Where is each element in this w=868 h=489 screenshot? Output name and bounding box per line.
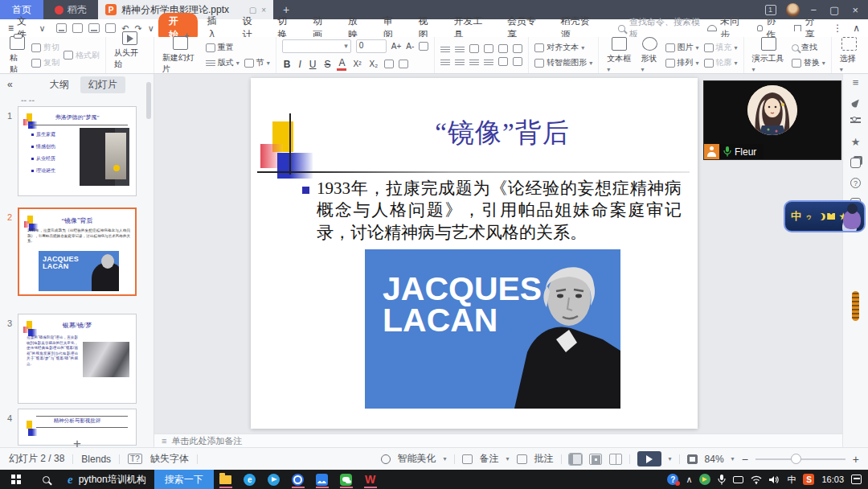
play-from-start-button[interactable]: 从头开始▾	[112, 31, 148, 80]
outline-tab[interactable]: 大纲	[42, 76, 77, 93]
lacan-image[interactable]: JACQUES LACAN	[365, 249, 620, 409]
zoom-caret-icon[interactable]: ▾	[731, 455, 735, 462]
font-family-select[interactable]: ▾	[282, 39, 351, 53]
save-icon[interactable]	[56, 23, 67, 33]
new-slide-button[interactable]: 新建幻灯片	[160, 36, 202, 75]
print-icon[interactable]	[88, 23, 99, 33]
tray-notification-icon[interactable]	[851, 475, 862, 484]
slide-body-text[interactable]: 1933年，拉康完成题为《论经验的妄想症精神病概念与人格问题》，引用帕品姐妹命案…	[317, 178, 682, 244]
paragraph-spacing-icon[interactable]	[513, 57, 522, 66]
rail-help-icon[interactable]: ?	[850, 178, 861, 188]
slide-title-text[interactable]: “镜像”背后	[323, 115, 682, 151]
textbox-button[interactable]: 文本框▾	[604, 37, 634, 73]
text-effect-icon[interactable]	[384, 60, 394, 68]
skin-shirt-icon[interactable]	[827, 213, 835, 220]
taskbar-wechat[interactable]	[334, 470, 358, 489]
tray-sogou-icon[interactable]: S	[803, 474, 814, 485]
fit-slide-icon[interactable]	[687, 454, 698, 464]
taskbar-search-box[interactable]: e python培训机构	[59, 470, 154, 489]
reading-view-icon[interactable]	[609, 454, 622, 465]
align-text-button[interactable]: 对齐文本▾	[534, 42, 592, 53]
find-button[interactable]: 查找	[792, 42, 825, 53]
sidebar-scrollbar[interactable]	[146, 82, 151, 119]
notes-bar[interactable]: ≡ 单击此处添加备注	[154, 434, 842, 447]
more-menu-icon[interactable]: ⋮	[833, 23, 842, 34]
font-color-button[interactable]: A	[337, 57, 346, 71]
webcam-overlay[interactable]: Fleur	[703, 80, 841, 160]
beautify-caret-icon[interactable]: ▾	[444, 455, 447, 462]
rail-menu-icon[interactable]: ≡	[850, 76, 862, 88]
rail-settings-sliders-icon[interactable]	[850, 117, 861, 126]
taskbar-messenger[interactable]	[262, 470, 286, 489]
taskbar-file-explorer[interactable]	[214, 470, 238, 489]
cut-button[interactable]: 剪切	[31, 42, 59, 53]
replace-button[interactable]: 替换▾	[792, 57, 825, 68]
arrange-button[interactable]: 排列▾	[665, 57, 699, 68]
ime-chinese-mode[interactable]: 中	[791, 209, 801, 224]
fill-button[interactable]: 填充▾	[704, 42, 738, 53]
outline-button[interactable]: 轮廓▾	[704, 57, 738, 68]
taskbar-app-blue[interactable]	[310, 470, 334, 489]
zoom-slider[interactable]	[755, 458, 845, 460]
start-button[interactable]	[0, 470, 32, 489]
toolbar-options-caret-icon[interactable]: ∨	[148, 23, 154, 34]
shapes-button[interactable]: 形状▾	[638, 37, 661, 73]
comments-toggle[interactable]: 批注	[534, 452, 554, 466]
distribute-icon[interactable]	[498, 57, 508, 66]
format-painter-button[interactable]: 格式刷	[63, 50, 100, 61]
select-button[interactable]: 选择▾	[837, 37, 861, 73]
tray-green-app-icon[interactable]	[699, 474, 710, 485]
present-tools-button[interactable]: 演示工具▾	[750, 37, 788, 73]
tab-preview-icon[interactable]: ▢	[249, 6, 256, 14]
slide-thumbnail-2-selected[interactable]: “镜像”背后 1933年，拉康完成题为《论经验的妄想症精神病概念与人格问题》，引…	[18, 208, 137, 296]
smart-graphic-button[interactable]: 转智能图形▾	[534, 57, 592, 68]
slide-thumbnail-1[interactable]: 弗洛伊德的“梦魇” 原生家庭 情感创伤 从业经历 理论诞生	[18, 106, 137, 196]
tray-clock[interactable]: 16:03	[821, 475, 844, 484]
subscript-button[interactable]: X₂	[367, 60, 379, 68]
paste-button[interactable]: 粘贴	[7, 36, 27, 75]
notes-toggle[interactable]: 备注	[480, 452, 499, 466]
taskbar-search-button[interactable]	[32, 470, 59, 489]
slides-tab[interactable]: 幻灯片	[80, 76, 125, 93]
zoom-percent[interactable]: 84%	[705, 454, 724, 465]
collapse-ribbon-icon[interactable]: ∧	[853, 23, 860, 34]
docer-tab[interactable]: 稻壳	[43, 0, 98, 19]
zoom-slider-knob[interactable]	[791, 454, 801, 464]
reset-button[interactable]: 重置	[206, 42, 270, 53]
section-button[interactable]: 节▾	[244, 57, 270, 68]
tray-wifi-icon[interactable]	[751, 475, 762, 484]
slide-thumbnail-3[interactable]: 银幕/镜/梦 拉康的“镜像阶段”理论，直接影响到电影美学观念的巨大变化，使传统经…	[18, 314, 137, 404]
collapse-panel-icon[interactable]: «	[7, 79, 13, 90]
slideshow-play-button[interactable]	[637, 451, 661, 466]
tray-device-icon[interactable]	[733, 476, 743, 483]
search-go-button[interactable]: 搜索一下	[154, 470, 214, 489]
normal-view-icon[interactable]	[569, 454, 582, 465]
slide-canvas[interactable]: “镜像”背后 1933年，拉康完成题为《论经验的妄想症精神病概念与人格问题》，引…	[251, 78, 698, 429]
tray-mic-icon[interactable]	[718, 475, 726, 485]
rail-star-icon[interactable]: ★	[850, 136, 862, 148]
increase-indent-icon[interactable]	[484, 44, 493, 53]
missing-font-label[interactable]: 缺失字体	[150, 452, 189, 466]
highlight-icon[interactable]	[399, 60, 408, 68]
tray-volume-icon[interactable]	[769, 475, 780, 484]
bold-button[interactable]: B	[282, 59, 293, 70]
beautify-button[interactable]: 智能美化	[398, 452, 436, 466]
taskbar-edge[interactable]: e	[238, 470, 262, 489]
rail-rocket-icon[interactable]	[850, 97, 862, 109]
clear-format-icon[interactable]	[419, 42, 428, 51]
strikethrough-button[interactable]: S	[322, 59, 332, 70]
decrease-font-button[interactable]: A-	[406, 42, 414, 51]
decrease-indent-icon[interactable]	[469, 44, 479, 53]
tray-expand-icon[interactable]: ∧	[686, 475, 692, 485]
tray-help-icon[interactable]: ?	[667, 474, 678, 485]
justify-icon[interactable]	[484, 58, 493, 66]
taskbar-wps[interactable]: W	[358, 470, 383, 489]
zoom-in-button[interactable]: +	[853, 453, 859, 466]
increase-font-button[interactable]: A+	[391, 42, 402, 51]
picture-button[interactable]: 图片▾	[665, 42, 699, 53]
moon-icon[interactable]	[816, 213, 823, 220]
superscript-button[interactable]: X²	[351, 60, 362, 68]
tray-ime-indicator[interactable]: 中	[787, 474, 796, 486]
theme-name[interactable]: Blends	[81, 454, 111, 465]
notes-caret-icon[interactable]: ▾	[506, 455, 510, 462]
